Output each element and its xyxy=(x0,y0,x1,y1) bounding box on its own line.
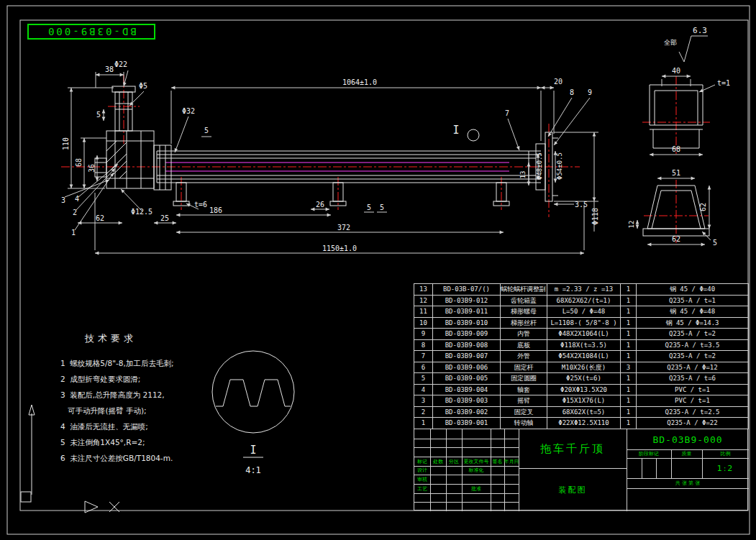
title-block-process-label: 工艺 xyxy=(414,484,430,493)
technical-requirements-title: 技术要求 xyxy=(85,332,240,345)
dim-phi54: Φ54±0.5 xyxy=(556,152,563,180)
bom-cell-qty: 1 xyxy=(621,385,637,396)
bom-cell-code: BD-03B9-009 xyxy=(433,329,501,340)
title-block-mark-label: 标记 xyxy=(414,457,430,466)
v2-dim-62r: 62 xyxy=(699,203,707,211)
bom-cell-mat: PVC / t=1 xyxy=(637,395,749,407)
bom-cell-spec: L=50 / Φ=48 xyxy=(547,306,621,318)
bom-cell-code: BD-03B9-007 xyxy=(433,351,501,362)
dim-3-5: 3.5 xyxy=(575,201,588,209)
dim-phi118: Φ118 xyxy=(591,208,599,225)
bom-cell-mat: Q235-A / t=3.5 xyxy=(637,340,749,352)
bom-cell-no: 5 xyxy=(414,373,433,385)
bom-cell-code: BD-03B-07/() xyxy=(433,284,501,296)
bom-cell-name: 轴套 xyxy=(501,385,547,396)
dim-13: 13 xyxy=(519,171,527,179)
title-block-sign-label: 签名 xyxy=(491,457,504,466)
dim-9: 9 xyxy=(588,88,592,96)
bom-cell-code: BD-03B9-011 xyxy=(433,306,501,318)
bom-cell-code: BD-03B9-003 xyxy=(433,395,501,407)
tech-item: 2 成型折弯处要求圆滑; xyxy=(60,371,240,387)
bom-cell-spec: Φ22XΦ12.5X110 xyxy=(547,418,621,429)
v2-dim-51: 51 xyxy=(672,169,680,177)
tech-item: 5 未注倒角1X45°,R=2; xyxy=(60,434,240,450)
title-block-scale-label: 比例 xyxy=(702,449,749,458)
main-view-linework xyxy=(95,86,558,206)
bom-cell-qty: 1 xyxy=(621,329,637,340)
title-block-design-label: 设计 xyxy=(414,466,430,475)
bom-cell-mat: Q235-A / t=1 xyxy=(637,296,749,307)
title-block-standard-label: 标准化 xyxy=(462,466,491,475)
bom-cell-spec: 68X62X(t=5) xyxy=(547,407,621,418)
bom-cell-spec: Φ20XΦ13.5X20 xyxy=(547,385,621,396)
bom-cell-no: 10 xyxy=(414,318,433,329)
bom-cell-mat: Q235-A / t=2 xyxy=(637,351,749,362)
title-block-drawing-name: 拖车千斤顶 xyxy=(519,429,627,468)
bom-cell-mat: Q235-A / Φ=12 xyxy=(637,362,749,374)
v1-dim-40: 40 xyxy=(672,67,680,75)
title-block-drawing-number: BD-03B9-000 xyxy=(627,429,749,449)
tech-item: 6 未注尺寸公差按GB/T1804-m. xyxy=(60,450,240,466)
bom-cell-no: 9 xyxy=(414,329,433,340)
bom-cell-code: BD-03B9-010 xyxy=(433,318,501,329)
bom-cell-qty: 1 xyxy=(621,296,637,307)
bom-cell-mat: Q235-A / t=2 xyxy=(637,329,749,340)
bom-cell-qty: 1 xyxy=(621,318,637,329)
tech-item: 可手动升降(摇臂 手动); xyxy=(60,403,240,418)
v2-dim-12: 12 xyxy=(628,221,635,229)
bom-cell-qty: 1 xyxy=(621,351,637,362)
bom-cell-name: 外管 xyxy=(501,351,547,362)
bom-cell-mat: 钢 45 / Φ=14.3 xyxy=(637,318,749,329)
detail-label: I xyxy=(250,444,256,457)
dim-372: 372 xyxy=(337,224,350,232)
title-block: 拖车千斤顶 装配图 BD-03B9-000 阶段标记 质量 比例 1:2 共 张… xyxy=(414,429,748,511)
bom-cell-spec: L=1108-( 5/8"-8 ) xyxy=(547,318,621,329)
bom-cell-code: BD-03B9-008 xyxy=(433,340,501,352)
bom-cell-name: 蜗轮蜗杆调整副(左/右) xyxy=(501,284,547,296)
dim-phi12-5: Φ12.5 xyxy=(131,208,152,216)
dim-7: 7 xyxy=(505,109,509,117)
tech-items: 1 螺纹规格5/8"-8,加工后去毛刺;2 成型折弯处要求圆滑;3 装配后,总升… xyxy=(60,355,240,466)
bom-cell-mat: PVC / t=1 xyxy=(637,385,749,396)
bom-cell-mat: Q235-A / Φ=22 xyxy=(637,418,749,429)
dim-phi5: Φ5 xyxy=(139,82,147,90)
drawing-number-mirrored: BD-03B9-000 xyxy=(46,26,137,37)
title-block-zone-label: 分区 xyxy=(446,457,462,466)
cad-sheet: 38 Φ22 Φ5 5 110 68 36 1064±1.0 20 Φ32 5 … xyxy=(0,0,756,540)
tech-item: 4 油漆后无流挂、无漏喷; xyxy=(60,418,240,434)
bom-cell-spec: Φ118X(t=3.5) xyxy=(547,340,621,352)
bom-cell-qty: 1 xyxy=(621,395,637,407)
bom-cell-qty: 1 xyxy=(621,284,637,296)
bom-cell-qty: 1 xyxy=(621,418,637,429)
bom-cell-mat: Q235-A / t=6 xyxy=(637,373,749,385)
bom-cell-spec: m =2.33 / z =13 xyxy=(547,284,621,296)
bom-cell-name: 固定杆 xyxy=(501,362,547,374)
title-block-approve-label: 批准 xyxy=(462,484,491,493)
v2-dim-5: 5 xyxy=(713,239,717,247)
bom-cell-spec: Φ48X2X1064(L) xyxy=(547,329,621,340)
technical-requirements: 技术要求 1 螺纹规格5/8"-8,加工后去毛刺;2 成型折弯处要求圆滑;3 装… xyxy=(60,332,240,466)
dim-8: 8 xyxy=(570,88,574,96)
dim-36: 36 xyxy=(88,164,96,173)
bom-cell-qty: 1 xyxy=(621,340,637,352)
bom-cell-code: BD-03B9-005 xyxy=(433,373,501,385)
dim-1150: 1150±1.0 xyxy=(322,244,357,252)
bom-cell-code: BD-03B9-006 xyxy=(433,362,501,374)
bom-cell-mat: Q235-A / t=2.5 xyxy=(637,407,749,418)
bom-cell-qty: 1 xyxy=(621,407,637,418)
dim-20: 20 xyxy=(554,78,563,86)
bom-cell-name: 梯形螺母 xyxy=(501,306,547,318)
dim-phi22: Φ22 xyxy=(114,60,127,68)
balloon-2: 2 xyxy=(73,209,77,216)
dim-phi32: Φ32 xyxy=(182,107,195,115)
dim-5a: 5 xyxy=(367,203,371,211)
bom-cell-no: 7 xyxy=(414,351,433,362)
detail-scale: 4:1 xyxy=(245,465,261,475)
tech-item: 1 螺纹规格5/8"-8,加工后去毛刺; xyxy=(60,355,240,371)
bom-cell-name: 梯形丝杆 xyxy=(501,318,547,329)
bom-cell-spec: 68X62X62/(t=1) xyxy=(547,296,621,307)
bom-cell-qty: 1 xyxy=(621,373,637,385)
v1-dim-68: 68 xyxy=(672,145,680,153)
title-block-weight-label: 质量 xyxy=(671,449,702,458)
dim-25: 25 xyxy=(160,214,169,222)
